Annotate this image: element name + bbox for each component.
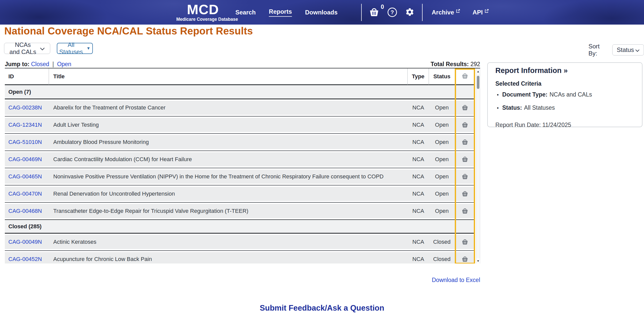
add-to-basket-button[interactable] bbox=[461, 138, 469, 146]
results-table: ID Title Type Status Open (7) CAG-00238N… bbox=[5, 68, 480, 263]
sort-by-label: Sort By: bbox=[588, 43, 609, 57]
sort-by-value: Status bbox=[617, 46, 634, 53]
add-to-basket-button[interactable] bbox=[461, 207, 469, 215]
record-type: NCA bbox=[408, 122, 429, 128]
column-header-status: Status bbox=[429, 68, 455, 85]
mcd-logo-subtitle: Medicare Coverage Database bbox=[176, 17, 230, 22]
row-separator bbox=[5, 133, 475, 134]
column-header-title: Title bbox=[49, 68, 408, 85]
external-link-icon bbox=[484, 8, 489, 15]
basket-icon bbox=[461, 173, 469, 181]
archive-label: Archive bbox=[432, 9, 454, 16]
criteria-item-status: • Status:All Statuses bbox=[495, 104, 634, 111]
basket-icon bbox=[461, 121, 469, 129]
download-to-excel-link[interactable]: Download to Excel bbox=[5, 277, 480, 284]
basket-icon bbox=[461, 238, 469, 246]
row-separator bbox=[5, 250, 475, 251]
document-type-value: NCAs and CALs bbox=[9, 41, 36, 55]
add-to-basket-button[interactable] bbox=[461, 156, 469, 163]
record-title: Actinic Keratoses bbox=[49, 239, 408, 245]
basket-icon bbox=[461, 207, 469, 215]
add-to-basket-button[interactable] bbox=[461, 121, 469, 129]
scrollbar-thumb[interactable] bbox=[477, 76, 479, 89]
scroll-down-button[interactable]: ▼ bbox=[476, 258, 480, 263]
row-separator bbox=[5, 168, 475, 168]
mcd-logo[interactable]: MCD Medicare Coverage Database bbox=[176, 2, 230, 22]
record-id-link[interactable]: CAG-00469N bbox=[8, 156, 42, 163]
column-header-type: Type bbox=[408, 68, 429, 85]
row-separator bbox=[5, 202, 475, 203]
record-title: Noninvasive Positive Pressure Ventilatio… bbox=[49, 173, 408, 180]
record-status: Open bbox=[429, 104, 455, 111]
record-id-link[interactable]: CAG-00465N bbox=[8, 173, 42, 180]
caret-down-icon: ▼ bbox=[86, 46, 91, 50]
status-filter-dropdown[interactable]: All Statuses ▼ bbox=[57, 43, 93, 54]
filter-bar: NCAs and CALs All Statuses ▼ bbox=[4, 43, 93, 54]
row-separator bbox=[5, 185, 475, 185]
primary-nav-links: Search Reports Downloads bbox=[235, 0, 338, 25]
group-header-row: Closed (285) bbox=[5, 219, 475, 234]
add-to-basket-button[interactable] bbox=[461, 238, 469, 246]
document-type-dropdown[interactable]: NCAs and CALs bbox=[4, 43, 50, 54]
scroll-up-button[interactable]: ▲ bbox=[476, 69, 480, 74]
bullet-icon: • bbox=[497, 91, 499, 98]
sort-by-dropdown[interactable]: Status bbox=[612, 44, 644, 55]
add-to-basket-button[interactable] bbox=[461, 104, 469, 112]
record-type: NCA bbox=[408, 239, 429, 245]
nav-divider bbox=[422, 4, 423, 21]
table-scrollbar[interactable]: ▲ ▼ bbox=[476, 68, 480, 263]
table-row: CAG-00465N Noninvasive Positive Pressure… bbox=[5, 170, 475, 184]
table-row: CAG-00470N Renal Denervation for Uncontr… bbox=[5, 187, 475, 201]
nav-link-downloads[interactable]: Downloads bbox=[305, 9, 338, 16]
add-to-basket-button[interactable] bbox=[461, 190, 469, 198]
record-id-link[interactable]: CAG-12341N bbox=[8, 122, 42, 128]
submit-feedback-link[interactable]: Submit Feedback/Ask a Question bbox=[0, 304, 644, 313]
record-status: Open bbox=[429, 173, 455, 180]
basket-icon bbox=[461, 156, 469, 163]
column-header-id: ID bbox=[5, 68, 49, 85]
record-id-link[interactable]: CAG-00238N bbox=[8, 104, 42, 111]
bullet-icon: • bbox=[497, 104, 499, 111]
group-label: Open (7) bbox=[8, 89, 31, 95]
total-results-value: 292 bbox=[471, 61, 480, 67]
add-to-basket-button[interactable] bbox=[461, 255, 469, 263]
mcd-logo-title: MCD bbox=[176, 2, 230, 16]
group-header-row: Open (7) bbox=[5, 85, 475, 99]
nav-link-api[interactable]: API bbox=[473, 9, 489, 16]
status-filter-value: All Statuses bbox=[59, 41, 83, 55]
row-separator bbox=[5, 116, 475, 117]
basket-column-header-icon bbox=[461, 72, 469, 81]
nav-link-search[interactable]: Search bbox=[235, 9, 256, 16]
basket-icon bbox=[461, 190, 469, 198]
help-icon[interactable]: ? bbox=[388, 8, 397, 17]
sort-area: Sort By: Status bbox=[588, 43, 644, 57]
record-id-link[interactable]: CAG-00468N bbox=[8, 208, 42, 214]
report-information-heading[interactable]: Report Information » bbox=[495, 66, 634, 75]
nav-link-reports[interactable]: Reports bbox=[269, 8, 292, 17]
nav-basket-button[interactable]: 0 bbox=[368, 7, 380, 18]
criteria-value: All Statuses bbox=[524, 104, 555, 111]
report-run-date: Report Run Date: 11/24/2025 bbox=[495, 122, 634, 128]
record-title: Cardiac Contractility Modulation (CCM) f… bbox=[49, 156, 408, 163]
table-row: CAG-00049N Actinic Keratoses NCA Closed bbox=[5, 235, 475, 249]
record-status: Closed bbox=[429, 239, 455, 245]
gear-icon bbox=[405, 7, 414, 17]
record-id-link[interactable]: CAG-51010N bbox=[8, 139, 42, 145]
add-to-basket-button[interactable] bbox=[461, 173, 469, 181]
record-status: Open bbox=[429, 208, 455, 214]
page-title: National Coverage NCA/CAL Status Report … bbox=[4, 25, 253, 37]
basket-icon bbox=[461, 255, 469, 263]
criteria-label: Status: bbox=[502, 104, 522, 111]
record-title: Transcatheter Edge-to-Edge Repair for Tr… bbox=[49, 208, 408, 214]
nav-utility-area: 0 ? Archive bbox=[361, 0, 489, 25]
record-id-link[interactable]: CAG-00049N bbox=[8, 239, 42, 245]
nav-link-archive[interactable]: Archive bbox=[432, 9, 460, 16]
record-type: NCA bbox=[408, 208, 429, 214]
record-id-link[interactable]: CAG-00470N bbox=[8, 191, 42, 197]
record-status: Open bbox=[429, 122, 455, 128]
record-type: NCA bbox=[408, 256, 429, 262]
record-type: NCA bbox=[408, 139, 429, 145]
record-id-link[interactable]: CAG-00452N bbox=[8, 256, 42, 262]
settings-button[interactable] bbox=[405, 7, 414, 17]
record-status: Open bbox=[429, 191, 455, 197]
